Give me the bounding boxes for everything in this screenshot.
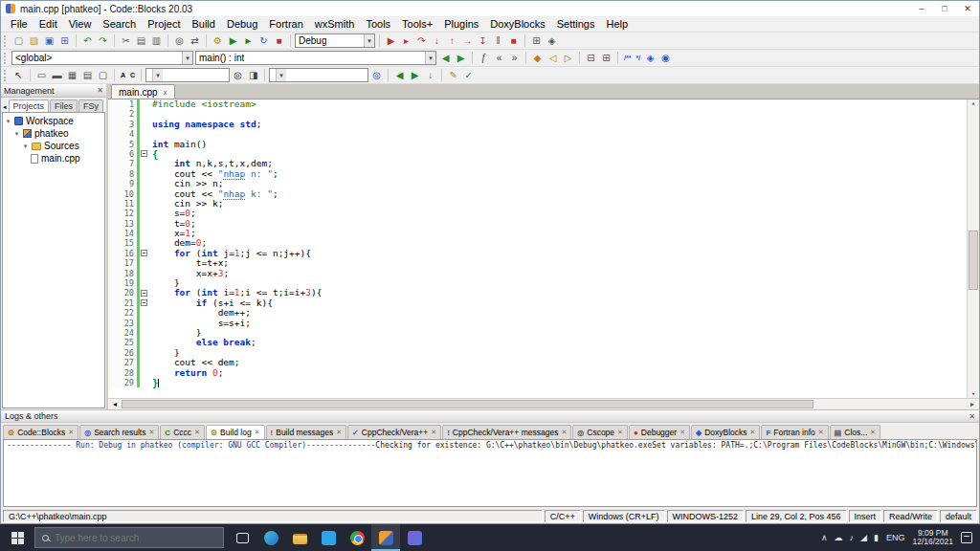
photos-app-icon[interactable] — [400, 524, 429, 551]
paste-icon[interactable]: ▥ — [149, 33, 164, 48]
file-explorer-app-icon[interactable] — [285, 524, 314, 551]
code-line[interactable]: 9 cin >> n; — [108, 179, 979, 188]
fold-toggle-icon[interactable] — [141, 250, 147, 256]
log-tab-debugger[interactable]: ●Debugger✕ — [629, 425, 690, 439]
wxsmith-panel-icon[interactable]: ▬ — [50, 68, 64, 82]
taskbar-clock[interactable]: 9:09 PM 12/16/2021 — [908, 529, 957, 547]
code-editor[interactable]: 1#include <iostream>23using namespace st… — [108, 99, 979, 398]
menu-plugins[interactable]: Plugins — [438, 17, 484, 31]
task-view-button[interactable] — [228, 524, 256, 551]
volume-icon[interactable]: ♪ — [850, 533, 855, 542]
scroll-down-icon[interactable]: ↓ — [423, 68, 437, 82]
wxsmith-border-icon[interactable]: ▢ — [96, 68, 110, 82]
incsearch-options-icon[interactable]: ◎ — [231, 68, 245, 82]
search-next-icon[interactable]: ▶ — [408, 68, 422, 82]
menu-project[interactable]: Project — [142, 17, 186, 31]
build-icon[interactable]: ⚙ — [211, 33, 225, 48]
chrome-app-icon[interactable] — [343, 524, 371, 551]
menu-tools[interactable]: Tools — [360, 17, 396, 31]
jump-back-icon[interactable]: ◀ — [438, 51, 453, 65]
close-icon[interactable]: ✕ — [68, 429, 74, 436]
run-icon[interactable]: ▶ — [226, 33, 240, 48]
language-indicator[interactable]: ENG — [882, 533, 909, 542]
code-line[interactable]: 1#include <iostream> — [108, 99, 979, 109]
menu-debug[interactable]: Debug — [221, 17, 263, 31]
run-to-cursor-icon[interactable]: ▸ — [399, 33, 413, 48]
spellcheck-icon[interactable]: ✓ — [461, 68, 476, 82]
fold-margin[interactable] — [140, 288, 149, 298]
vertical-scrollbar-thumb[interactable] — [969, 231, 978, 290]
replace-icon[interactable]: ⇄ — [188, 33, 202, 48]
edge-app-icon[interactable] — [256, 524, 285, 551]
log-tab-cscope[interactable]: ◎Cscope✕ — [572, 425, 628, 439]
expander-icon[interactable]: ▾ — [13, 130, 20, 138]
maximize-button[interactable]: □ — [938, 4, 951, 13]
menu-build[interactable]: Build — [186, 17, 220, 31]
chevron-down-icon[interactable]: ▾ — [152, 69, 163, 81]
tab-scroll-left-icon[interactable]: ◂ — [2, 103, 8, 112]
code-line[interactable]: 4 — [108, 129, 979, 139]
fold-margin[interactable] — [140, 249, 149, 258]
tab-main-cpp[interactable]: main.cpp x — [111, 84, 175, 99]
wxsmith-sizer-icon[interactable]: ▤ — [80, 68, 95, 82]
scroll-left-icon[interactable]: ◂ — [108, 400, 122, 408]
wxsmith-grid-icon[interactable]: ▦ — [65, 68, 79, 82]
log-tab-search-results[interactable]: ◎Search results✕ — [79, 425, 159, 439]
goto-function-icon[interactable]: ƒ — [477, 51, 491, 65]
debugging-windows-icon[interactable]: ⊞ — [529, 33, 544, 48]
code-line[interactable]: 18 x=x+3; — [108, 269, 979, 278]
menu-search[interactable]: Search — [97, 17, 142, 31]
save-icon[interactable]: ▣ — [42, 33, 56, 48]
scroll-right-icon[interactable]: ▸ — [966, 400, 979, 408]
menu-fortran[interactable]: Fortran — [263, 17, 308, 31]
title-bar[interactable]: main.cpp [phatkeo] - Code::Blocks 20.03 … — [1, 1, 979, 16]
code-line[interactable]: 3using namespace std; — [108, 120, 979, 129]
menu-edit[interactable]: Edit — [33, 17, 63, 31]
incsearch-input[interactable]: ▾ — [145, 68, 230, 82]
code-line[interactable]: 5int main() — [108, 140, 979, 149]
format-C-icon[interactable]: C — [128, 68, 137, 82]
close-icon[interactable]: ✕ — [255, 429, 260, 436]
close-icon[interactable]: ✕ — [336, 429, 342, 436]
log-tab-fortran-info[interactable]: FFortran info✕ — [761, 425, 828, 439]
log-tab-build-messages[interactable]: !Build messages✕ — [266, 425, 347, 439]
build-and-run-icon[interactable]: ► — [241, 33, 256, 48]
log-tab-cppcheck-vera[interactable]: ✓CppCheck/Vera++✕ — [347, 425, 441, 439]
tree-item-sources[interactable]: ▾Sources — [3, 140, 104, 152]
close-icon[interactable]: ✕ — [194, 429, 200, 436]
doxywizard-icon[interactable]: ◉ — [658, 51, 673, 65]
open-file-icon[interactable]: ▨ — [27, 33, 41, 48]
doxyblocks-run-icon[interactable]: ◈ — [643, 51, 657, 65]
close-icon[interactable]: ✕ — [561, 429, 567, 436]
scroll-up-icon[interactable]: ▴ — [971, 99, 975, 107]
jump-forward-icon[interactable]: ▶ — [454, 51, 468, 65]
log-tab-build-log[interactable]: ⚙Build log✕ — [206, 425, 265, 439]
code-line[interactable]: 16 for (int j=1;j <= n;j++){ — [108, 249, 979, 258]
stop-debugger-icon[interactable]: ■ — [506, 33, 521, 48]
step-out-icon[interactable]: ↑ — [445, 33, 459, 48]
save-all-icon[interactable]: ⊞ — [57, 33, 72, 48]
horizontal-scrollbar[interactable]: ◂ ▸ — [108, 398, 979, 409]
network-icon[interactable]: ◢ — [860, 533, 867, 542]
threadsearch-run-icon[interactable]: ◎ — [369, 68, 384, 82]
store-app-icon[interactable] — [314, 524, 343, 551]
code-line[interactable]: 14 x=1; — [108, 229, 979, 238]
code-line[interactable]: 8 cout << "nhap n: "; — [108, 169, 979, 179]
management-tab-fsy[interactable]: FSy — [78, 99, 103, 112]
code-line[interactable]: 17 t=t+x; — [108, 258, 979, 268]
doxygen-comment-icon[interactable]: /** — [622, 51, 633, 65]
incsearch-highlight-icon[interactable]: ◨ — [246, 68, 260, 82]
highlighter-icon[interactable]: ✎ — [446, 68, 460, 82]
log-tab-cccc[interactable]: CCccc✕ — [160, 425, 205, 439]
logs-caption-bar[interactable]: Logs & others ✕ — [1, 410, 979, 423]
code-line[interactable]: 25 else break; — [108, 338, 979, 347]
code-line[interactable]: 27 cout << dem; — [108, 358, 979, 367]
close-icon[interactable]: ✕ — [431, 429, 436, 436]
close-icon[interactable]: ✕ — [969, 412, 975, 421]
horizontal-scrollbar-thumb[interactable] — [122, 400, 813, 408]
goto-prev-function-icon[interactable]: « — [492, 51, 506, 65]
fold-toggle-icon[interactable] — [141, 290, 147, 297]
taskbar-search[interactable] — [34, 527, 224, 548]
abort-build-icon[interactable]: ■ — [272, 33, 286, 48]
close-icon[interactable]: ✕ — [818, 429, 824, 436]
